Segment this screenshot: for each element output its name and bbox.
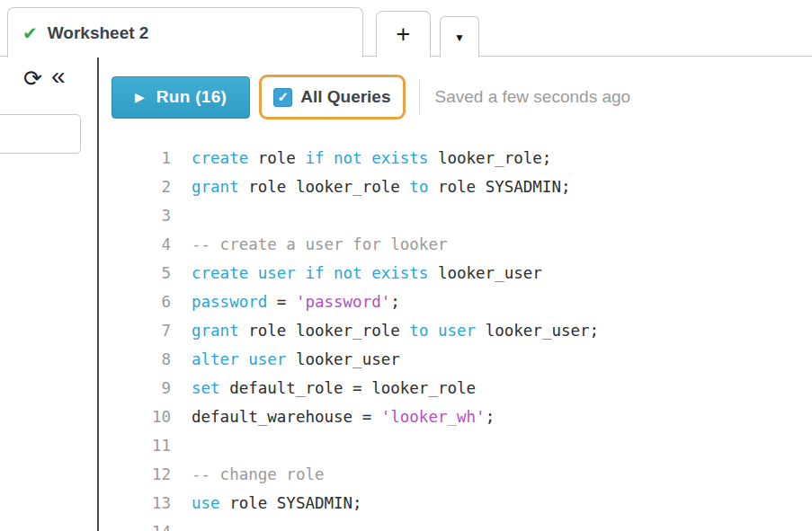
editor-line[interactable]: 12-- change role bbox=[99, 460, 812, 489]
line-number: 12 bbox=[99, 460, 171, 489]
code-line: -- create a user for looker bbox=[192, 230, 447, 259]
line-number: 8 bbox=[99, 345, 171, 374]
collapse-sidebar-icon[interactable]: « bbox=[51, 62, 64, 91]
editor-lines: 1create role if not exists looker_role;2… bbox=[99, 144, 812, 531]
line-number: 1 bbox=[99, 144, 171, 173]
line-number: 14 bbox=[99, 518, 171, 531]
run-button[interactable]: ▶ Run (16) bbox=[112, 76, 250, 119]
tab-label: Worksheet 2 bbox=[48, 23, 149, 43]
line-number: 10 bbox=[99, 403, 171, 431]
play-icon: ▶ bbox=[135, 90, 145, 104]
editor-line[interactable]: 11 bbox=[99, 431, 812, 460]
line-number: 13 bbox=[99, 489, 171, 518]
checkbox-check-icon: ✓ bbox=[277, 89, 289, 105]
code-line: grant role looker_role to user looker_us… bbox=[192, 316, 599, 345]
saved-status: Saved a few seconds ago bbox=[435, 87, 631, 107]
worksheet-panel: ▶ Run (16) ✓ All Queries Saved a few sec… bbox=[99, 57, 812, 531]
code-line: use role SYSADMIN; bbox=[192, 489, 362, 518]
line-number: 9 bbox=[99, 374, 171, 403]
all-queries-label[interactable]: All Queries bbox=[300, 87, 390, 107]
editor-line[interactable]: 1create role if not exists looker_role; bbox=[99, 144, 812, 173]
worksheet-toolbar: ▶ Run (16) ✓ All Queries Saved a few sec… bbox=[99, 57, 812, 119]
check-icon: ✔ bbox=[22, 22, 38, 44]
toolbar-separator bbox=[419, 80, 420, 114]
editor-line[interactable]: 3 bbox=[99, 201, 812, 230]
editor-line[interactable]: 7grant role looker_role to user looker_u… bbox=[99, 316, 812, 345]
code-line: default_warehouse = 'looker_wh'; bbox=[192, 403, 495, 431]
line-number: 2 bbox=[99, 173, 171, 201]
all-queries-checkbox[interactable]: ✓ bbox=[273, 88, 292, 107]
editor-line[interactable]: 14 bbox=[99, 518, 812, 531]
line-number: 7 bbox=[99, 316, 171, 345]
line-number: 5 bbox=[99, 259, 171, 288]
editor-line[interactable]: 13use role SYSADMIN; bbox=[99, 489, 812, 518]
editor-line[interactable]: 10default_warehouse = 'looker_wh'; bbox=[99, 403, 812, 431]
tab-bar: ✔ Worksheet 2 + ▼ bbox=[0, 0, 812, 57]
code-line: alter user looker_user bbox=[192, 345, 400, 374]
line-number: 6 bbox=[99, 288, 171, 316]
line-number: 3 bbox=[99, 201, 171, 230]
left-sidebar: ⟳ « bbox=[0, 57, 97, 531]
sql-editor[interactable]: 1create role if not exists looker_role;2… bbox=[99, 144, 812, 531]
worksheet-menu-button[interactable]: ▼ bbox=[440, 16, 479, 58]
all-queries-annotation-highlight: ✓ All Queries bbox=[259, 75, 405, 119]
code-line: password = 'password'; bbox=[192, 288, 400, 316]
code-line: create role if not exists looker_role; bbox=[192, 144, 551, 173]
editor-line[interactable]: 8alter user looker_user bbox=[99, 345, 812, 374]
line-number: 4 bbox=[99, 230, 171, 259]
editor-line[interactable]: 6password = 'password'; bbox=[99, 288, 812, 316]
tab-worksheet-2[interactable]: ✔ Worksheet 2 bbox=[7, 7, 363, 58]
sidebar-search-box[interactable] bbox=[0, 114, 81, 154]
editor-line[interactable]: 2grant role looker_role to role SYSADMIN… bbox=[99, 173, 812, 201]
code-line: -- change role bbox=[192, 460, 325, 489]
chevron-down-icon: ▼ bbox=[454, 31, 465, 44]
refresh-icon[interactable]: ⟳ bbox=[23, 66, 42, 92]
code-line: grant role looker_role to role SYSADMIN; bbox=[192, 173, 570, 201]
editor-line[interactable]: 4-- create a user for looker bbox=[99, 230, 812, 259]
editor-line[interactable]: 5create user if not exists looker_user bbox=[99, 259, 812, 288]
editor-line[interactable]: 9set default_role = looker_role bbox=[99, 374, 812, 403]
plus-icon: + bbox=[397, 21, 411, 49]
line-number: 11 bbox=[99, 431, 171, 460]
add-worksheet-button[interactable]: + bbox=[376, 11, 431, 58]
code-line: set default_role = looker_role bbox=[192, 374, 476, 403]
run-button-label: Run (16) bbox=[156, 87, 227, 107]
code-line: create user if not exists looker_user bbox=[192, 259, 542, 288]
